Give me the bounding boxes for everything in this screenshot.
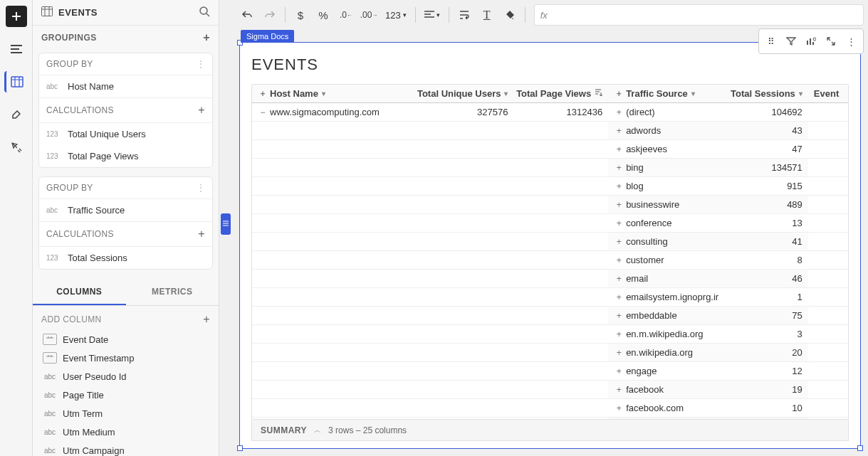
cell-sessions[interactable]: 104692 [724, 103, 807, 122]
cell-event[interactable] [808, 307, 848, 325]
cell-source[interactable]: +emailsystem.ignoprg.ir [608, 288, 724, 307]
table-row[interactable]: +engage 12 [252, 362, 848, 381]
table-row[interactable]: +consulting 41 [252, 233, 848, 251]
cell-sessions[interactable]: 75 [724, 307, 807, 325]
table-row[interactable]: −www.sigmacomputing.com 327576 1312436 +… [252, 103, 848, 122]
tab-metrics[interactable]: METRICS [126, 280, 219, 305]
more-icon[interactable]: ⋮ [197, 183, 205, 193]
cell-source[interactable]: +email [608, 270, 724, 288]
cell-event[interactable] [808, 270, 848, 288]
expand-icon[interactable]: + [614, 181, 624, 191]
cell-source[interactable]: +consulting [608, 233, 724, 251]
cell-event[interactable] [808, 399, 848, 418]
calculation-field[interactable]: 123 Total Page Views [39, 145, 212, 167]
cell-sessions[interactable]: 43 [724, 122, 807, 140]
cell-sessions[interactable]: 489 [724, 196, 807, 214]
more-icon[interactable]: ⋮ [197, 59, 205, 69]
caret-down-icon[interactable]: ▾ [322, 90, 325, 97]
cell-source[interactable]: +en.m.wikipedia.org [608, 325, 724, 344]
expand-icon[interactable]: + [258, 89, 268, 99]
cell-event[interactable] [808, 103, 848, 122]
cell-event[interactable] [808, 177, 848, 196]
expand-icon[interactable]: + [614, 329, 624, 339]
more-icon[interactable]: ⋮ [842, 32, 860, 51]
caret-down-icon[interactable]: ▾ [691, 90, 695, 97]
cell-sessions[interactable]: 1 [724, 288, 807, 307]
outline-icon[interactable] [6, 38, 27, 60]
calculation-field[interactable]: 123 Total Sessions [39, 247, 212, 269]
table-row[interactable]: +facebook 19 [252, 381, 848, 399]
cell-source[interactable]: +(direct) [608, 103, 724, 122]
expand-icon[interactable]: + [614, 89, 624, 99]
cell-source[interactable]: +bing [608, 159, 724, 177]
calculation-field[interactable]: 123 Total Unique Users [39, 123, 212, 145]
expand-icon[interactable]: + [614, 200, 624, 210]
add-calculation-button[interactable]: + [198, 228, 205, 240]
table-row[interactable]: +emailsystem.ignoprg.ir 1 [252, 288, 848, 307]
table-row[interactable]: +en.m.wikipedia.org 3 [252, 325, 848, 344]
column-header-users[interactable]: Total Unique Users▾ [404, 85, 513, 103]
column-header-sessions[interactable]: Total Sessions▾ [724, 85, 807, 103]
table-row[interactable]: +conference 13 [252, 214, 848, 233]
add-element-button[interactable] [6, 6, 27, 27]
cell-event[interactable] [808, 140, 848, 159]
chevron-up-icon[interactable]: ︿ [314, 425, 321, 435]
search-icon[interactable] [199, 6, 210, 19]
cell-event[interactable] [808, 196, 848, 214]
paint-icon[interactable] [6, 104, 27, 125]
cell-sessions[interactable]: 13 [724, 214, 807, 233]
caret-down-icon[interactable]: ▾ [504, 90, 508, 97]
cell-sessions[interactable]: 3 [724, 325, 807, 344]
cell-sessions[interactable]: 19 [724, 381, 807, 399]
column-header-event[interactable]: Event [808, 85, 848, 103]
panel-resize-handle[interactable] [219, 0, 232, 456]
column-item[interactable]: abcUtm Medium [38, 423, 213, 441]
cell-sessions[interactable]: 915 [724, 177, 807, 196]
drag-handle-icon[interactable]: ⠿ [762, 32, 780, 51]
summary-bar[interactable]: SUMMARY ︿ 3 rows – 25 columns [251, 420, 849, 441]
cell-source[interactable]: +customer [608, 251, 724, 270]
column-header-views[interactable]: Total Page Views [513, 85, 608, 103]
column-header-host[interactable]: +Host Name▾ [252, 85, 404, 103]
expand-icon[interactable]: + [614, 348, 624, 358]
expand-icon[interactable]: + [614, 237, 624, 247]
expand-icon[interactable]: + [614, 218, 624, 228]
table-row[interactable]: +adwords 43 [252, 122, 848, 140]
expand-icon[interactable]: + [614, 292, 624, 302]
cell-event[interactable] [808, 344, 848, 362]
group-field[interactable]: abc Host Name [39, 75, 212, 97]
cell-source[interactable]: +blog [608, 177, 724, 196]
collapse-handle-icon[interactable] [221, 213, 231, 235]
cell-source[interactable]: +businesswire [608, 196, 724, 214]
cell-sessions[interactable]: 47 [724, 140, 807, 159]
undo-button[interactable] [236, 4, 258, 26]
redo-button[interactable] [259, 4, 281, 26]
increase-decimal-button[interactable]: .00→ [358, 4, 380, 26]
expand-icon[interactable] [822, 32, 840, 51]
chart-icon[interactable] [802, 32, 820, 51]
cell-sessions[interactable]: 12 [724, 362, 807, 381]
cell-host[interactable]: −www.sigmacomputing.com [252, 103, 404, 122]
cell-source[interactable]: +en.wikipedia.org [608, 344, 724, 362]
column-item[interactable]: abcUser Pseudo Id [38, 367, 213, 386]
filter-icon[interactable] [782, 32, 800, 51]
expand-icon[interactable]: + [614, 255, 624, 265]
table-element[interactable]: EVENTS +Host Name▾ Total Unique Users▾ T… [239, 42, 861, 449]
cell-event[interactable] [808, 214, 848, 233]
decrease-decimal-button[interactable]: .0← [335, 4, 357, 26]
fill-color-button[interactable] [499, 4, 521, 26]
formula-bar[interactable]: fx [534, 4, 864, 26]
cell-event[interactable] [808, 325, 848, 344]
cell-source[interactable]: +engage [608, 362, 724, 381]
table-row[interactable]: +businesswire 489 [252, 196, 848, 214]
column-header-source[interactable]: +Traffic Source▾ [608, 85, 724, 103]
wrap-text-button[interactable] [454, 4, 475, 26]
expand-icon[interactable]: + [614, 126, 624, 136]
element-title[interactable]: EVENTS [251, 55, 849, 74]
expand-icon[interactable]: + [614, 385, 624, 395]
column-item[interactable]: Event Timestamp [38, 349, 213, 367]
cell-views[interactable]: 1312436 [513, 103, 608, 122]
table[interactable]: +Host Name▾ Total Unique Users▾ Total Pa… [251, 84, 849, 420]
cell-users[interactable]: 327576 [404, 103, 513, 122]
cell-source[interactable]: +askjeeves [608, 140, 724, 159]
